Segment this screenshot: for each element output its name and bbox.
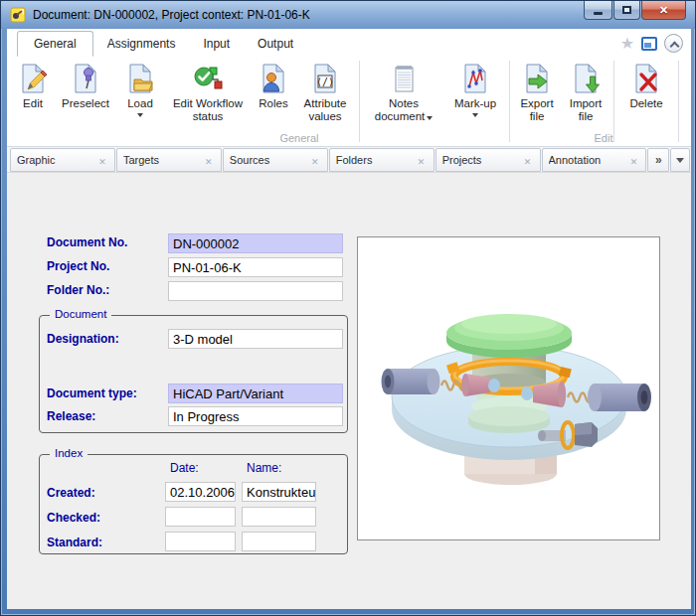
document-no-field[interactable]: DN-000002 [168,233,343,253]
ribbon-tab-assignments[interactable]: Assignments [93,32,190,57]
ribbon-tab-input[interactable]: Input [189,32,244,57]
checked-label: Checked: [47,511,100,525]
toolbar-separator [509,61,510,142]
cad-preview-panel [357,236,660,540]
standard-label: Standard: [47,536,102,549]
caption-buttons: ✕ [583,1,686,20]
created-date-field[interactable]: 02.10.2006 [165,482,236,502]
ribbon-group-label-edit: Edit [572,132,635,144]
ribbon-tab-output[interactable]: Output [244,32,307,57]
close-icon: ✕ [659,4,668,17]
svg-text:⟨/⟩: ⟨/⟩ [316,77,334,87]
attribute-values-button[interactable]: ⟨/⟩ Attribute values [294,60,356,123]
document-no-label: Document No. [47,235,127,249]
attribute-values-label: Attribute values [296,97,354,123]
close-button[interactable]: ✕ [641,1,686,20]
ribbon-group-label-general: General [260,132,339,144]
document-tab-strip: Graphic Targets Sources Folders Projects… [7,147,691,173]
checked-name-field[interactable] [242,507,316,527]
tab-label: Targets [123,154,203,166]
tab-annotation[interactable]: Annotation [542,148,647,172]
markup-icon [459,62,491,95]
tab-folders[interactable]: Folders [329,148,435,172]
close-tab-icon[interactable] [309,151,321,169]
edit-button[interactable]: Edit [12,60,54,110]
tab-overflow-button[interactable]: » [647,148,669,172]
export-file-label: Export file [515,97,559,123]
minimize-button[interactable] [584,1,612,20]
standard-name-field[interactable] [242,532,316,551]
close-tab-icon[interactable] [522,151,534,169]
document-type-label: Document type: [47,386,137,400]
mark-up-button[interactable]: Mark-up [444,60,506,117]
index-groupbox-title: Index [50,447,87,459]
document-form: Document No. DN-000002 Project No. PN-01… [7,173,691,609]
application-window: Document: DN-000002, Project context: PN… [0,0,696,616]
import-file-icon [570,62,602,95]
delete-document-icon [630,62,662,95]
load-button-label: Load [127,97,153,110]
date-column-header: Date: [170,461,199,475]
favorite-star-icon[interactable]: ★ [620,36,634,52]
tab-label: Projects [442,154,522,166]
delete-button-label: Delete [629,97,662,110]
import-file-button[interactable]: Import file [561,60,610,123]
designation-label: Designation: [47,332,119,346]
designation-field[interactable]: 3-D model [168,329,343,349]
checked-date-field[interactable] [165,507,236,527]
tab-label: Graphic [17,154,96,166]
folder-no-field[interactable] [168,281,343,301]
ribbon-tab-general[interactable]: General [17,31,93,57]
tab-label: Sources [230,154,309,166]
edit-workflow-status-button[interactable]: Edit Workflow status [163,60,253,123]
attribute-values-icon: ⟨/⟩ [309,62,341,95]
mark-up-label: Mark-up [454,97,496,110]
collapse-ribbon-button[interactable] [664,34,683,53]
app-icon [10,7,26,23]
tab-label: Annotation [549,154,628,166]
edit-workflow-status-label: Edit Workflow status [167,97,249,123]
preselect-pin-icon [70,62,101,95]
release-label: Release: [47,409,95,423]
tab-projects[interactable]: Projects [435,148,541,172]
dropdown-arrow-icon [137,113,143,117]
export-file-icon [521,62,553,95]
tab-targets[interactable]: Targets [116,148,222,172]
preselect-button[interactable]: Preselect [54,60,117,110]
close-tab-icon[interactable] [203,151,215,169]
preselect-button-label: Preselect [62,97,109,110]
cad-preview-image [358,237,659,539]
release-field[interactable]: In Progress [168,406,343,426]
load-folder-icon [124,62,156,95]
maximize-icon [622,6,631,14]
roles-button[interactable]: Roles [253,60,294,110]
dropdown-arrow-icon [472,113,478,117]
project-no-field[interactable]: PN-01-06-K [168,257,343,277]
toolbar-separator [613,61,614,142]
roles-button-label: Roles [259,97,287,110]
close-tab-icon[interactable] [416,151,428,169]
close-tab-icon[interactable] [96,151,108,169]
document-groupbox-title: Document [50,308,111,320]
close-tab-icon[interactable] [627,151,639,169]
notes-document-icon [388,62,420,95]
title-bar[interactable]: Document: DN-000002, Project context: PN… [1,1,695,29]
roles-person-icon [258,62,289,95]
tab-list-dropdown-button[interactable] [670,148,690,172]
notes-document-button[interactable]: Notes document [363,60,444,123]
ribbon-right-controls: ★ [620,34,683,53]
delete-button[interactable]: Delete [617,60,675,110]
document-type-field[interactable]: HiCAD Part/Variant [168,384,343,403]
export-file-button[interactable]: Export file [513,60,561,123]
ribbon-tab-row: General Assignments Input Output ★ [7,29,691,57]
tab-graphic[interactable]: Graphic [10,148,115,172]
tab-sources[interactable]: Sources [223,148,328,172]
ribbon-toolbar: Edit Preselect [7,57,691,147]
edit-document-icon [17,62,49,95]
maximize-button[interactable] [613,1,640,20]
created-name-field[interactable]: Konstrukteur [242,482,316,502]
load-button[interactable]: Load [117,60,163,117]
dropdown-arrow-icon [427,116,433,120]
window-layout-icon[interactable] [641,37,657,51]
standard-date-field[interactable] [165,532,236,551]
